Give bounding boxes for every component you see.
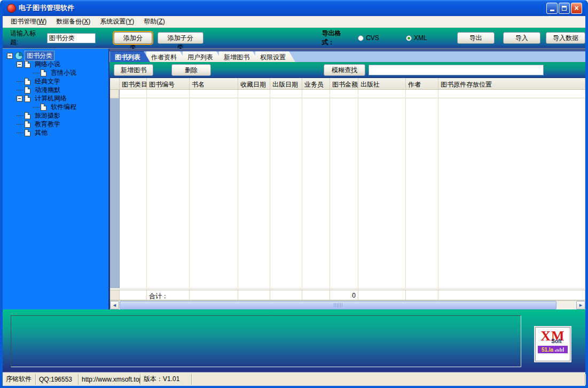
menubar: 图书管理(W) 数据备份(X) 系统设置(Y) 帮助(Z): [3, 16, 585, 28]
page-icon: [25, 112, 30, 119]
window-controls: ×: [546, 3, 582, 14]
radio-cvs-icon: [358, 35, 364, 41]
tree-node[interactable]: 经典文学: [3, 77, 108, 86]
page-icon: [25, 129, 30, 136]
grid-column: [147, 90, 190, 288]
grid-column: [270, 90, 302, 288]
tab-permissions[interactable]: 权限设置: [255, 51, 295, 62]
delete-button[interactable]: 删除: [171, 64, 211, 76]
grid-body[interactable]: [110, 90, 585, 288]
column-header[interactable]: 出版社: [358, 78, 406, 89]
scrollbar-thumb[interactable]: [120, 301, 556, 309]
status-version: 版本：V1.01: [140, 374, 192, 385]
tab-book-list[interactable]: 图书列表: [110, 51, 150, 62]
grid-column: [302, 90, 330, 288]
column-header[interactable]: 图书编号: [147, 78, 190, 89]
collapse-icon[interactable]: [17, 96, 22, 102]
row-selector-header: [110, 78, 120, 89]
status-company: 序铭软件: [3, 374, 36, 385]
page-icon: [41, 104, 46, 111]
tree-node[interactable]: 旅游摄影: [3, 111, 108, 120]
bottom-panel-frame: [11, 315, 521, 367]
column-header[interactable]: 出版日期: [270, 78, 302, 89]
bottom-panel: XM Soft 51.la: [3, 309, 585, 372]
column-header[interactable]: 图书原件存放位置: [438, 78, 585, 89]
column-header[interactable]: 书名: [190, 78, 238, 89]
column-header[interactable]: 业务员: [302, 78, 330, 89]
import-data-button[interactable]: 导入数据: [546, 32, 585, 44]
scroll-left-arrow[interactable]: ◄: [110, 301, 119, 309]
grid-column: [406, 90, 438, 288]
fuzzy-search-button[interactable]: 模糊查找: [324, 64, 365, 76]
status-empty: [192, 374, 585, 385]
column-header[interactable]: 图书类目: [120, 78, 147, 89]
grid-column: [330, 90, 358, 288]
summary-total: 0: [330, 290, 358, 300]
tree-node-root[interactable]: 图书分类: [3, 51, 108, 60]
tree-node[interactable]: 动漫幽默: [3, 86, 108, 94]
close-button[interactable]: ×: [571, 3, 582, 14]
menu-system-settings[interactable]: 系统设置(Y): [95, 16, 139, 27]
format-radio-xml[interactable]: XML: [401, 34, 427, 42]
tree-node[interactable]: 教育教学: [3, 120, 108, 128]
grid-header-row: 图书类目 图书编号 书名 收藏日期 出版日期 业务员 图书金额 出版社 作者 图…: [110, 78, 585, 90]
horizontal-scrollbar[interactable]: ◄ ►: [110, 300, 585, 309]
tab-area: 图书列表 作者资料 用户列表 新增图书 权限设置 新增图书 删除 模糊查找 图书…: [109, 49, 585, 309]
tree-node[interactable]: 软件编程: [3, 103, 108, 111]
export-format-label: 导出格式：: [322, 29, 353, 47]
search-input[interactable]: [369, 65, 544, 75]
mini-barchart-icon: [555, 347, 564, 352]
tree-node[interactable]: 计算机网络: [3, 94, 108, 103]
tab-author-info[interactable]: 作者资料: [146, 51, 186, 62]
maximize-icon: [562, 6, 567, 11]
title-input-label: 请输入标题:: [10, 29, 43, 47]
tab-user-list[interactable]: 用户列表: [183, 51, 223, 62]
grid-column: [358, 90, 406, 288]
tree-connector: [17, 90, 23, 90]
logo-51la-banner: 51.la: [538, 346, 568, 353]
scrollbar-track[interactable]: [557, 301, 576, 309]
content-area: 图书分类 网络小说 言情小说 经典文学 动漫幽默: [3, 49, 585, 309]
statusbar: 序铭软件 QQ:196553 http://www.xmsoft.top 版本：…: [3, 372, 585, 386]
title-input[interactable]: [47, 33, 96, 43]
app-window: 电子图书管理软件 × 图书管理(W) 数据备份(X) 系统设置(Y) 帮助(Z)…: [0, 0, 588, 388]
menu-help[interactable]: 帮助(Z): [139, 16, 169, 27]
tab-new-book[interactable]: 新增图书: [219, 51, 259, 62]
format-radio-cvs[interactable]: CVS: [352, 34, 379, 42]
xmsoft-logo[interactable]: XM Soft 51.la: [535, 327, 570, 361]
category-tree: 图书分类 网络小说 言情小说 经典文学 动漫幽默: [3, 49, 109, 309]
tree-node[interactable]: 其他: [3, 128, 108, 137]
maximize-button[interactable]: [559, 3, 570, 14]
tabstrip: 图书列表 作者资料 用户列表 新增图书 权限设置: [109, 51, 585, 62]
scroll-right-arrow[interactable]: ►: [576, 301, 585, 309]
row-selector-column: [110, 90, 120, 288]
list-toolbar: 新增图书 删除 模糊查找: [109, 62, 585, 78]
app-icon: [7, 4, 16, 13]
add-subcategory-button[interactable]: 添加子分类: [158, 32, 203, 44]
page-icon: [25, 95, 30, 102]
collapse-icon[interactable]: [17, 61, 22, 67]
grid-summary-row: 合计： 0: [110, 290, 585, 300]
grid-column: [120, 90, 147, 288]
new-book-button[interactable]: 新增图书: [114, 64, 153, 76]
export-button[interactable]: 导出: [457, 32, 495, 44]
add-category-button[interactable]: 添加分类: [114, 32, 152, 44]
tree-node[interactable]: 言情小说: [3, 68, 108, 77]
main-toolbar: 请输入标题: 添加分类 添加子分类 导出格式： CVS XML 导出 导入 导入…: [3, 28, 585, 49]
import-button[interactable]: 导入: [503, 32, 540, 44]
column-header[interactable]: 图书金额: [330, 78, 358, 89]
menu-book-management[interactable]: 图书管理(W): [6, 16, 51, 27]
collapse-icon[interactable]: [7, 53, 13, 59]
menu-data-backup[interactable]: 数据备份(X): [51, 16, 95, 27]
tree-connector: [33, 107, 40, 107]
grid-column: [238, 90, 270, 288]
minimize-button[interactable]: [546, 3, 558, 14]
page-icon: [25, 121, 30, 128]
page-icon: [25, 61, 30, 68]
tree-node[interactable]: 网络小说: [3, 60, 108, 68]
tree-connector: [17, 81, 23, 82]
column-header[interactable]: 作者: [406, 78, 438, 89]
grid-column: [438, 90, 585, 288]
category-root-icon: [15, 52, 23, 60]
column-header[interactable]: 收藏日期: [238, 78, 270, 89]
